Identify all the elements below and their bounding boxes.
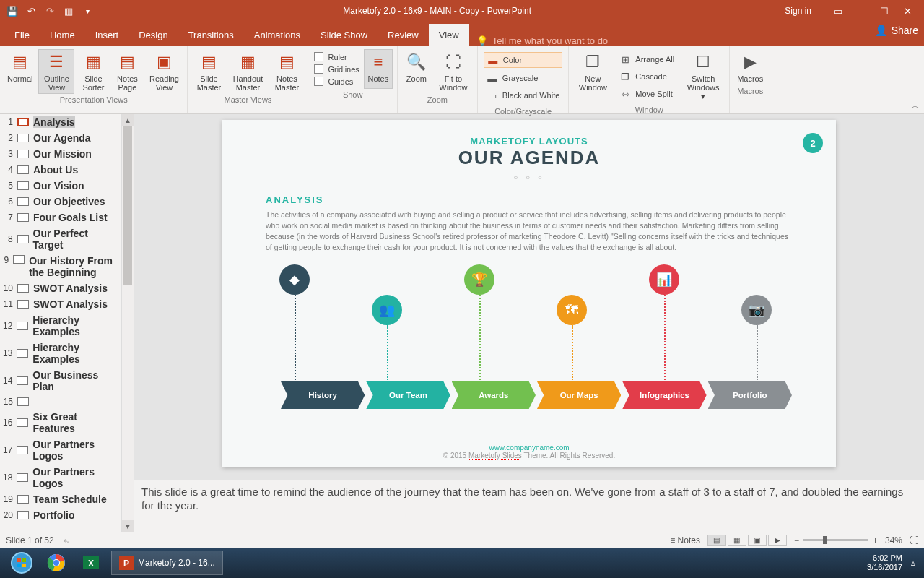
maximize-icon[interactable]: ☐ [878, 4, 891, 17]
outline-item[interactable]: 12Hierarchy Examples [0, 312, 121, 340]
slide-subtitle: MARKETOFY LAYOUTS [222, 136, 836, 147]
fit-window-button[interactable]: ⛶Fit to Window [434, 49, 473, 94]
ruler-checkbox[interactable]: Ruler [314, 52, 359, 61]
notes-master-button[interactable]: ▤Notes Master [270, 49, 303, 94]
outline-view-button[interactable]: ☰Outline View [38, 49, 74, 94]
grayscale-button[interactable]: ▬Grayscale [484, 71, 562, 85]
tab-transitions[interactable]: Transitions [178, 24, 244, 46]
outline-item[interactable]: 4About Us [0, 162, 121, 178]
chrome-icon[interactable] [39, 550, 74, 576]
slide-master-button[interactable]: ▤Slide Master [192, 49, 225, 94]
outline-item[interactable]: 7Four Goals List [0, 210, 121, 225]
outline-item[interactable]: 16Six Great Features [0, 409, 121, 436]
notes-button[interactable]: ≡Notes [364, 49, 393, 89]
tab-insert[interactable]: Insert [85, 24, 129, 46]
outline-item[interactable]: 11SWOT Analysis [0, 296, 121, 312]
excel-icon[interactable]: X [74, 550, 108, 576]
group-label: Macros [734, 85, 766, 97]
outline-scrollbar[interactable]: ▲ ▼ [121, 114, 134, 532]
outline-item[interactable]: 5Our Vision [0, 178, 121, 194]
share-icon: 👤 [875, 25, 887, 36]
taskbar-app-powerpoint[interactable]: P Marketofy 2.0 - 16... [111, 551, 223, 575]
outline-item[interactable]: 6Our Objectives [0, 194, 121, 210]
tab-slide-show[interactable]: Slide Show [310, 24, 378, 46]
redo-icon[interactable]: ↷ [43, 4, 56, 17]
outline-item[interactable]: 14Our Business Plan [0, 367, 121, 394]
slideshow-view-icon[interactable]: ▶ [768, 535, 787, 546]
fit-window-icon[interactable]: ⛶ [910, 535, 918, 545]
group-master-views: ▤Slide Master ▦Handout Master ▤Notes Mas… [188, 46, 308, 113]
ribbon-display-icon[interactable]: ▭ [832, 4, 845, 17]
system-tray[interactable]: 6:02 PM 3/16/2017 [863, 553, 907, 572]
section-title: ANALYSIS [222, 181, 836, 210]
notes-page-button[interactable]: ▤Notes Page [112, 49, 142, 94]
outline-item[interactable]: 18Our Partners Logos [0, 464, 121, 491]
outline-item[interactable]: 19Team Schedule [0, 491, 121, 507]
cascade-button[interactable]: ❐Cascade [616, 69, 677, 84]
tab-animations[interactable]: Animations [244, 24, 310, 46]
new-window-button[interactable]: ❐New Window [573, 49, 612, 104]
outline-item[interactable]: 17Our Partners Logos [0, 436, 121, 464]
macros-button[interactable]: ▶Macros [734, 49, 766, 85]
group-label: Master Views [192, 94, 303, 105]
outline-item[interactable]: 13Hierarchy Examples [0, 340, 121, 367]
start-from-beginning-icon[interactable]: ▥ [62, 4, 75, 17]
ribbon-tabs: File Home Insert Design Transitions Anim… [0, 22, 924, 46]
color-button[interactable]: ▬Color [484, 52, 562, 68]
outline-item[interactable]: 15 [0, 394, 121, 409]
tab-view[interactable]: View [429, 24, 469, 46]
tell-me[interactable]: 💡 Tell me what you want to do [469, 35, 615, 46]
tab-review[interactable]: Review [378, 24, 429, 46]
sign-in-link[interactable]: Sign in [775, 6, 821, 16]
notes-pane[interactable]: This slide is a great time to remind the… [134, 480, 924, 532]
workspace: 1Analysis2Our Agenda3Our Mission4About U… [0, 114, 924, 532]
outline-item[interactable]: 3Our Mission [0, 146, 121, 162]
outline-item[interactable]: 20Portfolio [0, 507, 121, 523]
gridlines-checkbox[interactable]: Gridlines [314, 64, 359, 74]
outline-item[interactable]: 10SWOT Analysis [0, 280, 121, 296]
scroll-down-icon[interactable]: ▼ [122, 520, 134, 532]
start-button[interactable] [4, 550, 39, 576]
qat-customize-icon[interactable]: ▾ [81, 4, 94, 17]
close-icon[interactable]: ✕ [901, 4, 914, 17]
bw-button[interactable]: ▭Black and White [484, 88, 562, 103]
slide-counter: Slide 1 of 52 [6, 535, 54, 545]
undo-icon[interactable]: ↶ [25, 4, 38, 17]
slide-sorter-button[interactable]: ▦Slide Sorter [77, 49, 109, 94]
tab-home[interactable]: Home [40, 24, 85, 46]
zoom-slider[interactable]: − + [794, 535, 878, 545]
sorter-view-icon[interactable]: ▦ [728, 535, 746, 546]
normal-view-icon[interactable]: ▤ [707, 535, 726, 546]
spell-check-icon[interactable]: ⎁ [64, 535, 69, 545]
view-buttons: ▤ ▦ ▣ ▶ [707, 535, 787, 546]
switch-windows-button[interactable]: ☐Switch Windows ▾ [681, 49, 725, 104]
show-desktop-icon[interactable]: ▵ [907, 558, 920, 568]
scroll-up-icon[interactable]: ▲ [122, 114, 134, 126]
handout-master-button[interactable]: ▦Handout Master [228, 49, 267, 94]
outline-list[interactable]: 1Analysis2Our Agenda3Our Mission4About U… [0, 114, 121, 532]
minimize-icon[interactable]: — [855, 4, 868, 17]
reading-view-button[interactable]: ▣Reading View [145, 49, 183, 94]
normal-view-button[interactable]: ▤Normal [4, 49, 35, 94]
collapse-ribbon-icon[interactable]: ︿ [911, 100, 920, 112]
arrange-all-button[interactable]: ⊞Arrange All [616, 52, 677, 66]
save-icon[interactable]: 💾 [6, 4, 19, 17]
zoom-out-icon[interactable]: − [794, 535, 799, 545]
share-button[interactable]: 👤 Share [875, 25, 918, 36]
tab-file[interactable]: File [4, 24, 40, 46]
zoom-in-icon[interactable]: + [873, 535, 878, 545]
move-split-button[interactable]: ⇿Move Split [616, 87, 677, 101]
notes-toggle[interactable]: ≡ Notes [670, 535, 700, 545]
tab-design[interactable]: Design [128, 24, 178, 46]
guides-checkbox[interactable]: Guides [314, 77, 359, 86]
outline-item[interactable]: 9Our History From the Beginning [0, 253, 121, 280]
slide-canvas[interactable]: 2 MARKETOFY LAYOUTS OUR AGENDA ○ ○ ○ ANA… [134, 114, 924, 480]
outline-item[interactable]: 2Our Agenda [0, 130, 121, 146]
zoom-level[interactable]: 34% [885, 535, 902, 545]
svg-text:P: P [123, 558, 129, 569]
reading-view-icon[interactable]: ▣ [748, 535, 767, 546]
svg-rect-4 [22, 564, 26, 567]
outline-item[interactable]: 1Analysis [0, 114, 121, 130]
zoom-button[interactable]: 🔍Zoom [402, 49, 431, 94]
outline-item[interactable]: 8Our Perfect Target [0, 225, 121, 253]
